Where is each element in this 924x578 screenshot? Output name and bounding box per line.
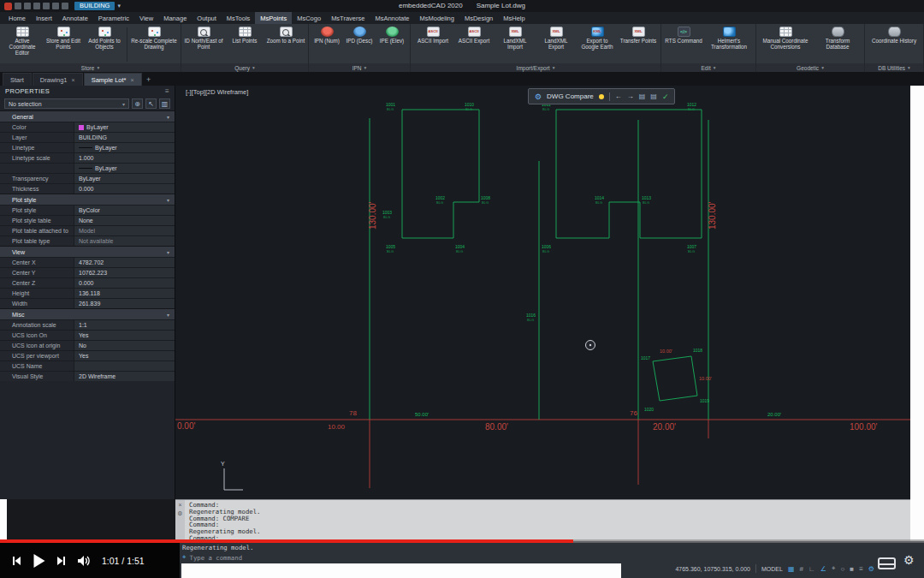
svg-text:BLG: BLG [465, 107, 472, 111]
rescale-drawing-button[interactable]: Re-scale Complete Drawing [130, 26, 178, 63]
landxml-import-button[interactable]: XML LandXML Import [495, 26, 535, 63]
add-points-to-objects-button[interactable]: Add Points to Objects [85, 26, 124, 63]
tab-msmodeling[interactable]: MsModeling [414, 12, 459, 24]
polar-tracking-icon[interactable]: ∠ [820, 565, 826, 573]
object-snap-icon[interactable]: ⌖ [832, 564, 836, 573]
redo-icon[interactable] [62, 3, 68, 9]
play-icon[interactable] [32, 553, 46, 569]
tab-mstools[interactable]: MsTools [222, 12, 256, 24]
selection-dropdown[interactable]: No selection ▾ [4, 98, 129, 109]
app-logo-icon[interactable] [4, 3, 12, 10]
panel-label-edit[interactable]: Edit ▾ [661, 63, 755, 72]
layer-dropdown-icon[interactable]: ▾ [117, 3, 121, 9]
tab-msannotate[interactable]: MsAnnotate [370, 12, 414, 24]
transform-database-button[interactable]: Transform Database [814, 26, 862, 63]
grid-display-icon[interactable]: ▦ [788, 565, 795, 573]
new-tab-button[interactable]: + [143, 74, 155, 86]
store-edit-points-button[interactable]: Store and Edit Points [44, 26, 83, 63]
previous-change-icon[interactable]: ← [615, 92, 622, 100]
section-plot-style[interactable]: Plot style ▾ [0, 194, 175, 205]
tab-mscogo[interactable]: MsCogo [292, 12, 326, 24]
file-tab-drawing1[interactable]: Drawing1 × [33, 73, 83, 86]
panel-label-geodetic[interactable]: Geodetic ▾ [756, 63, 864, 72]
customize-gear-icon[interactable]: ⚙ [868, 565, 874, 573]
export-snapshot-icon[interactable]: ▤ [650, 92, 657, 100]
tab-msdesign[interactable]: MsDesign [459, 12, 498, 24]
drawing-canvas-area[interactable]: [-][Top][2D Wireframe] ⚙ DWG Compare ← →… [175, 86, 910, 499]
previous-video-icon[interactable] [10, 555, 22, 567]
rts-command-button[interactable]: </> RTS Command [664, 26, 703, 63]
panel-label-ipn[interactable]: IPN ▾ [309, 63, 410, 72]
panel-label-store[interactable]: Store ▾ [0, 63, 181, 72]
model-space-button[interactable]: MODEL [761, 566, 783, 572]
isodraft-icon[interactable]: ○ [840, 565, 844, 573]
new-icon[interactable] [15, 3, 21, 9]
list-points-button[interactable]: List Points [225, 26, 264, 63]
active-coordinate-editor-button[interactable]: Active Coordinate Editor [3, 26, 42, 63]
snap-mode-icon[interactable]: # [799, 565, 803, 573]
tab-home[interactable]: Home [3, 12, 31, 24]
toggle-pickadd-button[interactable]: ⊕ [132, 98, 143, 109]
tab-mspoints[interactable]: MsPoints [255, 12, 292, 24]
property-row-height: Height 136.118 [0, 288, 175, 298]
cursor-coordinates[interactable]: 4765.360, 10750.315, 0.000 [675, 566, 750, 572]
import-changes-icon[interactable]: ▤ [639, 92, 646, 100]
file-tab-sample-lot[interactable]: Sample Lot* × [84, 73, 142, 86]
quick-select-button[interactable]: ▥ [159, 98, 170, 109]
compare-settings-icon[interactable]: ⚙ [535, 92, 542, 101]
ipd-desc-button[interactable]: IPD (Desc) [344, 26, 375, 63]
tab-mstraverse[interactable]: MsTraverse [326, 12, 370, 24]
section-misc[interactable]: Misc ▾ [0, 308, 175, 319]
export-google-earth-button[interactable]: KML Export to Google Earth [578, 26, 617, 63]
command-window[interactable]: × ⚙ Command: Regenerating model. Command… [175, 499, 910, 541]
drawing-canvas[interactable]: 130.00' 130.00' 0.00' 10.00 78 80.00' 76… [175, 86, 910, 499]
print-icon[interactable] [43, 3, 50, 9]
palette-menu-icon[interactable]: ≡ [165, 87, 169, 95]
undo-icon[interactable] [52, 3, 59, 9]
helmert-transformation-button[interactable]: Helmert's Transformation [705, 26, 753, 63]
panel-label-import-export[interactable]: Import/Export ▾ [411, 63, 660, 72]
tab-manage[interactable]: Manage [158, 12, 192, 24]
save-icon[interactable] [33, 3, 40, 9]
transfer-points-button[interactable]: XML Transfer Points [619, 26, 658, 63]
command-input-placeholder[interactable]: Type a command [190, 554, 243, 562]
ipe-elev-button[interactable]: IPE (Elev) [376, 26, 407, 63]
zoom-to-point-button[interactable]: Zoom to a Point [266, 26, 305, 63]
panel-label-query[interactable]: Query ▾ [181, 63, 308, 72]
compare-highlight-icon[interactable] [599, 94, 604, 99]
ortho-mode-icon[interactable]: ∟ [808, 565, 815, 573]
customize-icon[interactable]: ⚙ [177, 510, 182, 517]
current-layer-chip[interactable]: BUILDING [74, 2, 115, 10]
landxml-export-button[interactable]: XML LandXML Export [536, 26, 576, 63]
coordinate-history-button[interactable]: Coordinate History [868, 26, 921, 63]
tab-annotate[interactable]: Annotate [57, 12, 93, 24]
annotation-scale-icon[interactable]: ■ [850, 565, 854, 573]
tab-parametric[interactable]: Parametric [93, 12, 134, 24]
tab-mshelp[interactable]: MsHelp [498, 12, 530, 24]
subtitles-icon[interactable] [878, 557, 896, 569]
close-tab-icon[interactable]: × [72, 77, 75, 83]
manual-coordinate-conversions-button[interactable]: Manual Coordinate Conversions [759, 26, 812, 63]
select-objects-button[interactable]: ↖ [145, 98, 157, 109]
ascii-export-button[interactable]: ASCII ASCII Export [454, 26, 494, 63]
section-general[interactable]: General ▾ [0, 110, 175, 122]
tab-output[interactable]: Output [192, 12, 222, 24]
panel-label-db-utilities[interactable]: DB Utilities ▾ [865, 63, 923, 72]
close-tab-icon[interactable]: × [130, 77, 133, 83]
next-change-icon[interactable]: → [627, 92, 634, 100]
id-northeast-button[interactable]: ID North/East of Point [184, 26, 223, 63]
volume-icon[interactable] [77, 555, 92, 567]
accept-compare-icon[interactable]: ✓ [662, 92, 669, 101]
tab-insert[interactable]: Insert [31, 12, 57, 24]
ipn-num-button[interactable]: IPN (Num) [311, 26, 342, 63]
ascii-import-button[interactable]: ASCII ASCII Import [413, 26, 453, 63]
next-video-icon[interactable] [56, 555, 68, 567]
section-view[interactable]: View ▾ [0, 246, 175, 257]
open-icon[interactable] [24, 3, 31, 9]
viewport-controls[interactable]: [-][Top][2D Wireframe] [186, 88, 248, 96]
settings-gear-icon[interactable]: ⚙ [903, 553, 915, 567]
close-command-icon[interactable]: × [178, 502, 181, 508]
tab-view[interactable]: View [134, 12, 158, 24]
file-tab-start[interactable]: Start [3, 73, 32, 86]
workspace-icon[interactable]: ≡ [859, 565, 863, 573]
